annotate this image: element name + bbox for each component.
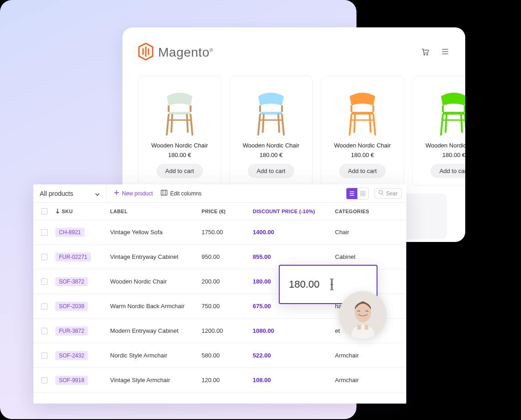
svg-rect-9 bbox=[361, 194, 362, 196]
table-row[interactable]: SOF-9918 Vintage Style Armchair 120.00 1… bbox=[33, 368, 406, 393]
avatar bbox=[339, 291, 387, 339]
filter-dropdown[interactable]: All products bbox=[33, 184, 106, 203]
col-categories[interactable]: CATEGORIES bbox=[335, 209, 404, 214]
row-price: 200.00 bbox=[202, 278, 253, 285]
row-checkbox[interactable] bbox=[41, 229, 48, 236]
table-row[interactable]: SOF-2432 Nordic Style Armchair 580.00 52… bbox=[33, 343, 406, 368]
edit-columns-button[interactable]: Edit columns bbox=[161, 190, 202, 197]
row-label: Vintage Entryway Cabinet bbox=[110, 253, 202, 260]
svg-rect-7 bbox=[361, 191, 362, 193]
sku-pill: SOF-2432 bbox=[55, 351, 88, 360]
product-card[interactable]: Wooden Nordic Chair 180.00 € Add to cart bbox=[229, 76, 313, 186]
search-input[interactable]: Sear bbox=[374, 188, 402, 199]
row-discount[interactable]: 108.00 bbox=[253, 377, 335, 383]
brand-name: Magento® bbox=[158, 45, 213, 60]
row-price: 1200.00 bbox=[202, 327, 253, 334]
cart-icon[interactable] bbox=[420, 47, 430, 58]
product-image bbox=[418, 83, 465, 136]
add-to-cart-button[interactable]: Add to cart bbox=[431, 164, 465, 178]
row-checkbox[interactable] bbox=[41, 303, 48, 310]
admin-toolbar: All products New product Edit columns bbox=[33, 184, 406, 203]
row-price: 580.00 bbox=[202, 352, 253, 359]
row-discount[interactable]: 1080.00 bbox=[253, 327, 335, 334]
product-card[interactable]: Wooden Nordic Chair 180.00 € Add to cart bbox=[138, 76, 221, 186]
row-label: Modern Entryway Cabinet bbox=[110, 327, 202, 334]
store-header: Magento® bbox=[138, 43, 450, 62]
sku-pill: FUR-02271 bbox=[55, 252, 91, 262]
sku-pill: CH-8921 bbox=[55, 228, 85, 237]
add-to-cart-button[interactable]: Add to cart bbox=[156, 164, 203, 178]
product-name: Wooden Nordic Chair bbox=[235, 142, 307, 149]
row-price: 1750.00 bbox=[202, 229, 253, 236]
menu-icon[interactable] bbox=[441, 47, 450, 58]
row-category: Chair bbox=[335, 229, 404, 236]
row-checkbox[interactable] bbox=[41, 328, 48, 334]
table-row[interactable]: CH-8921 Vintage Yellow Sofa 1750.00 1400… bbox=[33, 220, 406, 245]
row-price: 950.00 bbox=[202, 253, 253, 260]
product-price: 180.00 € bbox=[418, 152, 465, 158]
new-product-label: New product bbox=[122, 190, 153, 197]
row-price: 750.00 bbox=[202, 303, 253, 310]
row-category: Armchair bbox=[335, 377, 404, 383]
row-discount[interactable]: 522.00 bbox=[253, 352, 335, 359]
row-checkbox[interactable] bbox=[41, 377, 48, 383]
svg-rect-10 bbox=[363, 194, 365, 196]
select-all-checkbox[interactable] bbox=[41, 208, 48, 215]
col-label[interactable]: LABEL bbox=[110, 209, 202, 214]
columns-icon bbox=[161, 190, 167, 197]
product-name: Wooden Nordic Chair bbox=[418, 142, 465, 149]
search-icon bbox=[378, 190, 384, 197]
row-label: Warm Nordic Back Armchair bbox=[110, 303, 202, 310]
product-card[interactable]: Wooden Nordic Chair 180.00 € Add to cart bbox=[321, 76, 404, 186]
edit-columns-label: Edit columns bbox=[170, 190, 202, 197]
text-cursor-icon bbox=[331, 278, 332, 291]
sku-pill: SOF-2039 bbox=[55, 302, 88, 311]
product-card[interactable]: Wooden Nordic Chair 180.00 € Add to cart bbox=[412, 76, 465, 186]
svg-rect-8 bbox=[363, 191, 365, 193]
add-to-cart-button[interactable]: Add to cart bbox=[248, 164, 295, 178]
magento-logo-icon bbox=[138, 43, 154, 62]
col-price[interactable]: PRICE (€) bbox=[202, 209, 253, 214]
chevron-down-icon bbox=[95, 190, 100, 197]
brand: Magento® bbox=[138, 43, 213, 62]
view-toggle[interactable] bbox=[346, 188, 369, 200]
plus-icon bbox=[114, 190, 119, 197]
row-checkbox[interactable] bbox=[41, 278, 48, 285]
product-price: 180.00 € bbox=[235, 152, 307, 158]
col-sku[interactable]: SKU bbox=[62, 209, 73, 214]
svg-point-1 bbox=[427, 54, 428, 55]
product-name: Wooden Nordic Chair bbox=[327, 142, 398, 149]
row-label: Nordic Style Armchair bbox=[110, 352, 202, 359]
svg-point-11 bbox=[379, 190, 383, 194]
add-to-cart-button[interactable]: Add to cart bbox=[339, 164, 386, 178]
row-category: Cabinet bbox=[335, 253, 404, 260]
svg-rect-6 bbox=[161, 190, 167, 195]
row-category: Armchair bbox=[335, 352, 404, 359]
grid-view-icon[interactable] bbox=[357, 188, 368, 199]
product-name: Wooden Nordic Chair bbox=[144, 142, 215, 149]
product-price: 180.00 € bbox=[327, 152, 398, 158]
sku-pill: SOF-3872 bbox=[55, 277, 88, 286]
list-view-icon[interactable] bbox=[346, 188, 357, 199]
row-label: Vintage Yellow Sofa bbox=[110, 229, 202, 236]
product-image bbox=[327, 83, 398, 136]
product-price: 180.00 € bbox=[144, 152, 215, 158]
sort-arrow-icon[interactable] bbox=[55, 208, 60, 215]
sku-pill: SOF-9918 bbox=[55, 376, 88, 385]
row-label: Wooden Nordic Chair bbox=[110, 278, 202, 285]
new-product-button[interactable]: New product bbox=[114, 190, 153, 197]
row-checkbox[interactable] bbox=[41, 352, 48, 359]
table-header: SKU LABEL PRICE (€) DISCOUNT PRICE (-10%… bbox=[33, 203, 406, 220]
row-label: Vintage Style Armchair bbox=[110, 377, 202, 383]
cell-editor-value: 180.00 bbox=[289, 278, 319, 290]
search-placeholder: Sear bbox=[386, 190, 398, 197]
row-discount[interactable]: 855.00 bbox=[253, 253, 335, 260]
filter-label: All products bbox=[40, 190, 73, 197]
col-discount[interactable]: DISCOUNT PRICE (-10%) bbox=[253, 209, 335, 214]
sku-pill: FUR-3872 bbox=[55, 326, 88, 336]
product-grid: Wooden Nordic Chair 180.00 € Add to cart… bbox=[138, 76, 450, 186]
product-image bbox=[235, 83, 307, 136]
row-checkbox[interactable] bbox=[41, 254, 48, 260]
row-discount[interactable]: 1400.00 bbox=[253, 229, 335, 236]
product-image bbox=[144, 83, 215, 136]
